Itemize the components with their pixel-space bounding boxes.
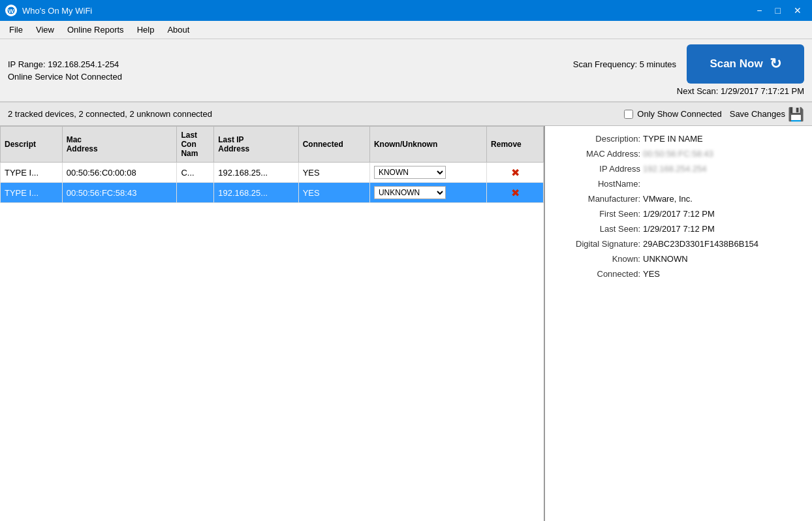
only-connected-label[interactable]: Only Show Connected: [624, 109, 721, 119]
detail-digital-sig-value: 29ABC23D3301F1438B6B154: [643, 239, 758, 249]
app-icon: W: [5, 5, 17, 16]
title-bar-left: W Who's On My WiFi: [5, 5, 92, 16]
detail-last-seen-value: 1/29/2017 7:12 PM: [643, 224, 715, 234]
status-text: 2 tracked devices, 2 connected, 2 unknow…: [8, 109, 212, 119]
scan-freq-row: Scan Frequency: 5 minutes Scan Now ↻: [573, 44, 804, 84]
detail-digital-sig-label: Digital Signature:: [555, 239, 640, 249]
detail-connected-label: Connected:: [555, 269, 640, 279]
col-description: Descript: [1, 127, 63, 163]
online-service-label: Online Service Not Connected: [8, 72, 122, 82]
col-last-ip-address: Last IPAddress: [214, 127, 298, 163]
remove-button[interactable]: ✖: [511, 166, 520, 179]
status-bar: 2 tracked devices, 2 connected, 2 unknow…: [0, 103, 812, 126]
detail-description-label: Description:: [555, 134, 640, 144]
cell-description: TYPE I...: [1, 163, 63, 183]
known-unknown-select[interactable]: KNOWNUNKNOWN: [374, 186, 446, 199]
detail-hostname-label: HostName:: [555, 179, 640, 189]
col-known-unknown: Known/Unknown: [369, 127, 486, 163]
minimize-button[interactable]: −: [751, 5, 767, 16]
menu-online-reports[interactable]: Online Reports: [61, 23, 131, 37]
detail-manufacturer-value: VMware, Inc.: [643, 194, 693, 204]
detail-manufacturer-label: Manufacturer:: [555, 194, 640, 204]
menu-help[interactable]: Help: [131, 23, 161, 37]
save-changes-label: Save Changes: [730, 109, 785, 119]
detail-area: Description: TYPE IN NAME MAC Address: 0…: [545, 126, 812, 521]
table-area: Descript MacAddress LastConNam Last IPAd…: [0, 126, 545, 521]
detail-first-seen-row: First Seen: 1/29/2017 7:12 PM: [555, 209, 802, 219]
detail-first-seen-label: First Seen:: [555, 209, 640, 219]
refresh-icon: ↻: [770, 55, 781, 72]
cell-last-con: C...: [177, 163, 214, 183]
cell-description: TYPE I...: [1, 183, 63, 203]
detail-hostname-row: HostName:: [555, 179, 802, 189]
col-mac-address: MacAddress: [62, 127, 177, 163]
cell-last-ip: 192.168.25...: [214, 163, 298, 183]
detail-known-value: UNKNOWN: [643, 254, 688, 264]
cell-mac: 00:50:56:FC:58:43: [62, 183, 177, 203]
col-last-con-name: LastConNam: [177, 127, 214, 163]
devices-table: Descript MacAddress LastConNam Last IPAd…: [0, 126, 544, 203]
cell-known-unknown[interactable]: KNOWNUNKNOWN: [369, 163, 486, 183]
cell-remove[interactable]: ✖: [487, 163, 544, 183]
ip-range-label: IP Range: 192.168.254.1-254: [8, 59, 122, 69]
known-unknown-select[interactable]: KNOWNUNKNOWN: [374, 166, 446, 179]
scan-now-button[interactable]: Scan Now ↻: [687, 44, 804, 84]
detail-description-value: TYPE IN NAME: [643, 134, 703, 144]
main-area: Descript MacAddress LastConNam Last IPAd…: [0, 126, 812, 521]
toolbar: IP Range: 192.168.254.1-254 Online Servi…: [0, 39, 812, 103]
detail-known-label: Known:: [555, 254, 640, 264]
detail-last-seen-label: Last Seen:: [555, 224, 640, 234]
cell-remove[interactable]: ✖: [487, 183, 544, 203]
detail-first-seen-value: 1/29/2017 7:12 PM: [643, 209, 715, 219]
maximize-button[interactable]: □: [770, 5, 786, 16]
save-icon: 💾: [788, 106, 804, 122]
cell-last-ip: 192.168.25...: [214, 183, 298, 203]
table-row[interactable]: TYPE I...00:50:56:C0:00:08C...192.168.25…: [1, 163, 544, 183]
col-connected: Connected: [298, 127, 369, 163]
detail-ip-value: 192.168.254.254: [643, 164, 707, 174]
app-title: Who's On My WiFi: [22, 6, 92, 16]
only-connected-checkbox[interactable]: [624, 110, 633, 119]
toolbar-scan-area: Scan Frequency: 5 minutes Scan Now ↻ Nex…: [573, 44, 804, 96]
detail-connected-value: YES: [643, 269, 660, 279]
detail-digital-sig-row: Digital Signature: 29ABC23D3301F1438B6B1…: [555, 239, 802, 249]
close-button[interactable]: ✕: [789, 5, 807, 16]
table-row[interactable]: TYPE I...00:50:56:FC:58:43192.168.25...Y…: [1, 183, 544, 203]
remove-button[interactable]: ✖: [511, 187, 520, 199]
cell-connected: YES: [298, 163, 369, 183]
scan-frequency-label: Scan Frequency: 5 minutes: [573, 59, 676, 69]
cell-mac: 00:50:56:C0:00:08: [62, 163, 177, 183]
only-connected-text: Only Show Connected: [637, 109, 721, 119]
detail-manufacturer-row: Manufacturer: VMware, Inc.: [555, 194, 802, 204]
col-remove: Remove: [487, 127, 544, 163]
menu-file[interactable]: File: [3, 23, 29, 37]
table-header-row: Descript MacAddress LastConNam Last IPAd…: [1, 127, 544, 163]
menu-bar: File View Online Reports Help About: [0, 21, 812, 39]
scan-now-label: Scan Now: [710, 57, 762, 71]
detail-known-row: Known: UNKNOWN: [555, 254, 802, 264]
window-controls: − □ ✕: [751, 5, 807, 16]
next-scan-label: Next Scan: 1/29/2017 7:17:21 PM: [677, 86, 804, 96]
cell-last-con: [177, 183, 214, 203]
status-right: Only Show Connected Save Changes 💾: [624, 106, 804, 122]
menu-about[interactable]: About: [161, 23, 196, 37]
save-changes-button[interactable]: Save Changes 💾: [730, 106, 804, 122]
detail-ip-label: IP Address: [555, 164, 640, 174]
detail-mac-row: MAC Address: 00:50:56:FC:58:43: [555, 149, 802, 159]
toolbar-info: IP Range: 192.168.254.1-254 Online Servi…: [8, 59, 122, 82]
detail-connected-row: Connected: YES: [555, 269, 802, 279]
detail-mac-value: 00:50:56:FC:58:43: [643, 149, 713, 159]
title-bar: W Who's On My WiFi − □ ✕: [0, 0, 812, 21]
svg-text:W: W: [8, 8, 14, 14]
detail-description-row: Description: TYPE IN NAME: [555, 134, 802, 144]
detail-mac-label: MAC Address:: [555, 149, 640, 159]
cell-connected: YES: [298, 183, 369, 203]
cell-known-unknown[interactable]: KNOWNUNKNOWN: [369, 183, 486, 203]
menu-view[interactable]: View: [29, 23, 61, 37]
detail-ip-row: IP Address 192.168.254.254: [555, 164, 802, 174]
detail-last-seen-row: Last Seen: 1/29/2017 7:12 PM: [555, 224, 802, 234]
